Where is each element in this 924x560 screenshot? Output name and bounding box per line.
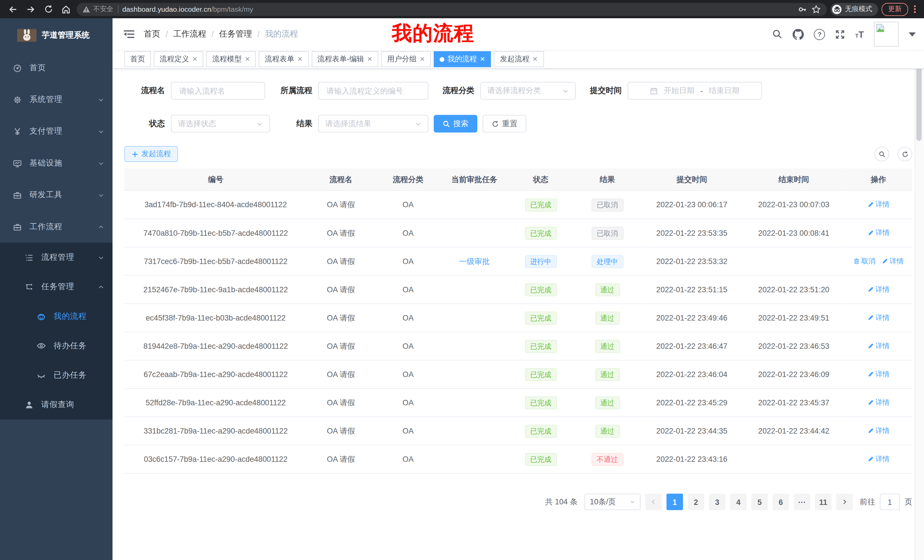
sidebar-item-my-process[interactable]: 我的流程 xyxy=(0,302,112,331)
close-icon[interactable]: ✕ xyxy=(420,55,425,63)
tab-process-definition[interactable]: 流程定义✕ xyxy=(154,51,204,67)
start-date-placeholder[interactable]: 开始日期 xyxy=(664,85,694,96)
avatar[interactable] xyxy=(874,22,899,46)
tab-process-form[interactable]: 流程表单✕ xyxy=(259,51,309,67)
process-name-input[interactable] xyxy=(171,82,265,100)
scrollbar-track[interactable] xyxy=(915,18,924,560)
page-button-4[interactable]: 4 xyxy=(730,494,747,510)
close-icon[interactable]: ✕ xyxy=(192,55,198,63)
sidebar-item-home[interactable]: 首页 xyxy=(0,52,112,84)
detail-link[interactable]: 详情 xyxy=(867,284,890,295)
filter-definition-label: 所属流程 xyxy=(265,85,318,96)
avatar-dropdown-icon[interactable] xyxy=(909,32,916,36)
sidebar-item-leave-query[interactable]: 请假查询 xyxy=(0,390,112,419)
page-button-1[interactable]: 1 xyxy=(666,494,683,510)
search-button[interactable]: 搜索 xyxy=(434,115,477,132)
page-button-11[interactable]: 11 xyxy=(815,494,831,510)
page-button-5[interactable]: 5 xyxy=(751,494,768,510)
process-definition-input[interactable] xyxy=(318,82,428,100)
not-secure-warning[interactable]: 不安全 xyxy=(82,5,113,14)
github-icon[interactable] xyxy=(793,28,804,40)
status-select[interactable]: 请选择状态 xyxy=(171,115,270,132)
fullscreen-icon[interactable] xyxy=(835,29,845,39)
close-icon[interactable]: ✕ xyxy=(367,55,372,63)
close-icon[interactable]: ✕ xyxy=(245,55,250,63)
browser-menu-icon[interactable] xyxy=(912,5,918,13)
current-task-link[interactable]: 一级审批 xyxy=(459,257,490,265)
app-logo[interactable]: 芋道管理系统 xyxy=(0,18,112,52)
show-search-toggle-button[interactable] xyxy=(874,147,890,162)
help-icon[interactable]: ? xyxy=(814,28,825,40)
tab-process-model[interactable]: 流程模型✕ xyxy=(207,51,256,67)
breadcrumb-task-mgmt[interactable]: 任务管理 xyxy=(219,29,252,39)
goto-page-input[interactable] xyxy=(880,494,900,510)
detail-link[interactable]: 详情 xyxy=(867,398,890,407)
detail-link[interactable]: 详情 xyxy=(867,313,890,323)
filter-submit-time-label: 提交时间 xyxy=(576,85,628,96)
detail-link[interactable]: 详情 xyxy=(867,454,890,464)
detail-link[interactable]: 详情 xyxy=(867,228,890,238)
prev-page-button[interactable] xyxy=(645,494,662,510)
key-icon[interactable] xyxy=(798,4,807,14)
sidebar-item-devtools[interactable]: 研发工具 xyxy=(0,179,112,211)
detail-link[interactable]: 详情 xyxy=(867,426,890,436)
tab-my-process[interactable]: 我的流程✕ xyxy=(434,51,491,67)
breadcrumb-home[interactable]: 首页 xyxy=(144,29,160,39)
detail-link[interactable]: 详情 xyxy=(867,341,890,351)
page-button-2[interactable]: 2 xyxy=(688,494,704,510)
back-icon[interactable] xyxy=(6,2,20,16)
cancel-link[interactable]: 取消 xyxy=(853,256,875,266)
tab-user-group[interactable]: 用户分组✕ xyxy=(381,51,431,67)
toolbox-icon xyxy=(12,222,22,231)
font-size-icon[interactable]: TT xyxy=(855,30,864,39)
hamburger-icon[interactable] xyxy=(112,29,144,39)
close-icon[interactable]: ✕ xyxy=(297,55,303,63)
filter-name-label: 流程名 xyxy=(124,85,171,96)
sidebar-item-done-tasks[interactable]: 已办任务 xyxy=(0,361,112,390)
home-icon[interactable] xyxy=(59,2,73,16)
sidebar-item-task-mgmt[interactable]: 任务管理 xyxy=(0,272,112,301)
close-icon[interactable]: ✕ xyxy=(532,55,538,63)
more-pages-button[interactable]: ··· xyxy=(794,494,810,510)
reset-button[interactable]: 重置 xyxy=(483,115,526,132)
sidebar-item-infra[interactable]: 基础设施 xyxy=(0,147,112,179)
goto-label: 前往 xyxy=(860,497,875,507)
next-page-button[interactable] xyxy=(836,494,853,510)
browser-update-button[interactable]: 更新 xyxy=(882,3,908,15)
workflow-submenu: 流程管理 任务管理 我的流程 待办任务 已办 xyxy=(0,243,112,419)
refresh-table-button[interactable] xyxy=(897,147,912,162)
result-select[interactable]: 请选择流结果 xyxy=(318,115,428,132)
breadcrumb-workflow[interactable]: 工作流程 xyxy=(173,29,207,39)
submit-time-range-picker[interactable]: 开始日期 - 结束日期 xyxy=(628,82,762,100)
start-process-button[interactable]: 发起流程 xyxy=(124,146,178,162)
total-count: 共 104 条 xyxy=(545,497,578,507)
chevron-down-icon xyxy=(562,87,569,94)
close-icon[interactable]: ✕ xyxy=(480,55,485,63)
forward-icon[interactable] xyxy=(24,2,38,16)
tab-home[interactable]: 首页 xyxy=(124,51,151,67)
address-bar[interactable]: 不安全 dashboard.yudao.iocoder.cn/bpm/task/… xyxy=(76,3,826,15)
end-date-placeholder[interactable]: 结束日期 xyxy=(709,85,739,96)
tab-process-form-edit[interactable]: 流程表单-编辑✕ xyxy=(312,51,378,67)
reload-icon[interactable] xyxy=(41,2,56,16)
sidebar-item-payment[interactable]: 支付管理 xyxy=(0,115,112,147)
detail-link[interactable]: 详情 xyxy=(881,256,903,266)
bookmark-star-icon[interactable] xyxy=(812,4,821,14)
sidebar-item-system[interactable]: 系统管理 xyxy=(0,84,112,115)
sidebar-item-todo-tasks[interactable]: 待办任务 xyxy=(0,331,112,361)
search-icon[interactable] xyxy=(772,29,783,39)
detail-link[interactable]: 详情 xyxy=(867,369,890,379)
page-button-6[interactable]: 6 xyxy=(772,494,789,510)
incognito-icon xyxy=(832,4,842,14)
breadcrumb: 首页 / 工作流程 / 任务管理 / 我的流程 xyxy=(144,29,298,39)
tab-start-process[interactable]: 发起流程✕ xyxy=(494,51,544,67)
sidebar-item-workflow[interactable]: 工作流程 xyxy=(0,211,112,243)
detail-link[interactable]: 详情 xyxy=(867,200,890,210)
process-category-select[interactable]: 请选择流程分类 xyxy=(480,82,576,100)
sidebar-item-process-mgmt[interactable]: 流程管理 xyxy=(0,243,112,272)
page-size-select[interactable]: 10条/页 xyxy=(585,494,640,510)
chevron-down-icon xyxy=(98,160,105,166)
page-button-3[interactable]: 3 xyxy=(709,494,726,510)
edit-icon xyxy=(867,456,874,463)
process-table: 编号 流程名 流程分类 当前审批任务 状态 结果 提交时间 结束时间 操作 xyxy=(124,168,912,473)
